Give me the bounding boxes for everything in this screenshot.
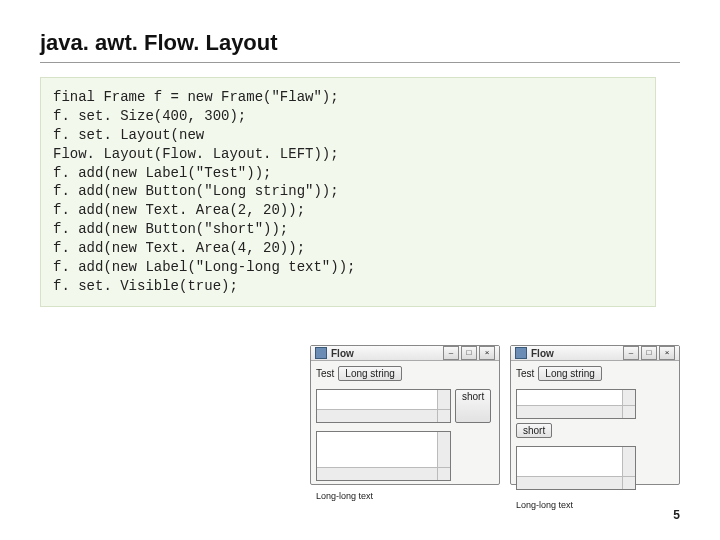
button-long-string[interactable]: Long string bbox=[538, 366, 601, 381]
maximize-icon[interactable]: □ bbox=[641, 346, 657, 360]
scrollbar-corner bbox=[437, 467, 450, 480]
screenshot-row: Flow – □ × Test Long string short bbox=[310, 345, 680, 485]
label-long-long: Long-long text bbox=[516, 498, 573, 512]
scrollbar-corner bbox=[622, 476, 635, 489]
scrollbar-horizontal[interactable] bbox=[317, 467, 438, 480]
button-long-string[interactable]: Long string bbox=[338, 366, 401, 381]
label-long-long: Long-long text bbox=[316, 489, 373, 503]
scrollbar-corner bbox=[437, 409, 450, 422]
close-icon[interactable]: × bbox=[659, 346, 675, 360]
scrollbar-vertical[interactable] bbox=[437, 390, 450, 410]
scrollbar-vertical[interactable] bbox=[437, 432, 450, 468]
scrollbar-vertical[interactable] bbox=[622, 447, 635, 477]
maximize-icon[interactable]: □ bbox=[461, 346, 477, 360]
window-title: Flow bbox=[531, 348, 623, 359]
titlebar: Flow – □ × bbox=[311, 346, 499, 361]
window-preview-2: Flow – □ × Test Long string short bbox=[510, 345, 680, 485]
textarea-small[interactable] bbox=[316, 389, 451, 423]
button-short[interactable]: short bbox=[455, 389, 491, 423]
button-short[interactable]: short bbox=[516, 423, 552, 438]
textarea-large[interactable] bbox=[316, 431, 451, 481]
scrollbar-horizontal[interactable] bbox=[517, 476, 623, 489]
close-icon[interactable]: × bbox=[479, 346, 495, 360]
scrollbar-horizontal[interactable] bbox=[517, 405, 623, 418]
minimize-icon[interactable]: – bbox=[443, 346, 459, 360]
scrollbar-vertical[interactable] bbox=[622, 390, 635, 406]
client-area: Test Long string short Long-long text bbox=[511, 361, 679, 517]
scrollbar-horizontal[interactable] bbox=[317, 409, 438, 422]
minimize-icon[interactable]: – bbox=[623, 346, 639, 360]
window-title: Flow bbox=[331, 348, 443, 359]
titlebar: Flow – □ × bbox=[511, 346, 679, 361]
textarea-large[interactable] bbox=[516, 446, 636, 490]
client-area: Test Long string short Long-long text bbox=[311, 361, 499, 508]
page-number: 5 bbox=[673, 508, 680, 522]
code-block: final Frame f = new Frame("Flaw"); f. se… bbox=[40, 77, 656, 307]
textarea-small[interactable] bbox=[516, 389, 636, 419]
slide-title: java. awt. Flow. Layout bbox=[40, 30, 680, 63]
window-preview-1: Flow – □ × Test Long string short bbox=[310, 345, 500, 485]
label-test: Test bbox=[516, 366, 534, 381]
app-icon bbox=[515, 347, 527, 359]
label-test: Test bbox=[316, 366, 334, 381]
scrollbar-corner bbox=[622, 405, 635, 418]
app-icon bbox=[315, 347, 327, 359]
